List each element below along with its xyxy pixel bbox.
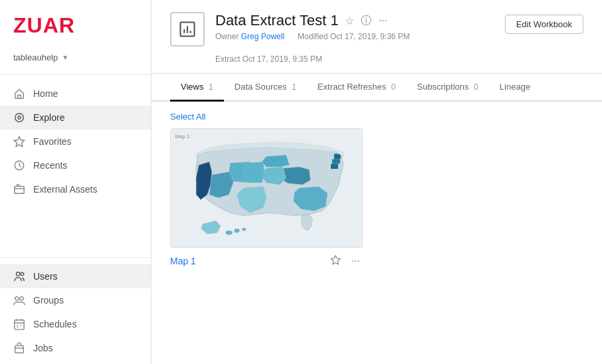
tab-subscriptions-label: Subscriptions — [417, 82, 468, 92]
main-content: Data Extract Test 1 ☆ ⓘ ··· Owner Greg P… — [151, 0, 602, 364]
sidebar-item-label-external: External Assets — [33, 184, 98, 195]
sidebar-divider-top — [0, 74, 151, 75]
svg-rect-10 — [15, 320, 24, 329]
sidebar-item-label-home: Home — [33, 88, 58, 99]
account-selector[interactable]: tableauhelp ▼ — [0, 48, 151, 72]
card-star-icon — [330, 254, 341, 265]
sidebar-item-schedules[interactable]: Schedules — [0, 312, 151, 336]
svg-point-8 — [15, 297, 19, 300]
users-icon — [13, 270, 25, 282]
workbook-info: Data Extract Test 1 ☆ ⓘ ··· Owner Greg P… — [215, 12, 494, 64]
sidebar-item-users[interactable]: Users — [0, 264, 151, 288]
external-assets-icon — [13, 183, 25, 195]
tab-views[interactable]: Views 1 — [170, 74, 224, 102]
workbook-title: Data Extract Test 1 — [215, 12, 338, 29]
explore-icon — [13, 112, 25, 124]
tab-extract-refreshes-count: 0 — [391, 82, 396, 92]
sidebar-item-label-explore: Explore — [33, 112, 64, 123]
sidebar-item-jobs[interactable]: Jobs — [0, 336, 151, 360]
sidebar-divider-bottom — [0, 257, 151, 258]
sidebar-item-favorites[interactable]: Favorites — [0, 130, 151, 153]
svg-rect-17 — [15, 345, 24, 353]
content-area: Select All Map 1 — [151, 102, 602, 364]
sidebar: ZUAR tableauhelp ▼ Home Explore — [0, 0, 151, 364]
owner-name[interactable]: Greg Powell — [241, 32, 284, 41]
account-name: tableauhelp — [13, 52, 58, 62]
clock-icon — [13, 159, 25, 171]
sidebar-item-label-users: Users — [33, 271, 58, 282]
card-more-button[interactable]: ··· — [349, 254, 363, 268]
primary-nav: Home Explore Favorites — [0, 78, 151, 254]
card-footer: Map 1 ··· — [170, 248, 363, 269]
modified-date: Modified Oct 17, 2019, 9:36 PM — [298, 32, 410, 41]
tab-lineage[interactable]: Lineage — [489, 74, 541, 102]
info-icon[interactable]: ⓘ — [361, 14, 371, 28]
tab-lineage-label: Lineage — [500, 82, 530, 92]
sidebar-item-label-jobs: Jobs — [33, 343, 53, 353]
edit-workbook-button[interactable]: Edit Workbook — [505, 15, 583, 34]
card-favorite-button[interactable] — [328, 253, 344, 269]
card-thumbnail[interactable]: Map 1 — [170, 128, 363, 248]
groups-icon — [13, 294, 25, 306]
sidebar-item-label-favorites: Favorites — [33, 136, 72, 147]
svg-text:Map 1: Map 1 — [175, 134, 191, 139]
tab-subscriptions[interactable]: Subscriptions 0 — [406, 74, 488, 102]
svg-rect-4 — [15, 187, 24, 194]
workbook-icon — [170, 12, 205, 46]
select-all-button[interactable]: Select All — [170, 112, 205, 122]
svg-rect-26 — [332, 159, 340, 163]
edit-workbook-button-container: Edit Workbook — [505, 15, 583, 34]
svg-point-28 — [226, 230, 233, 234]
svg-rect-27 — [331, 163, 338, 169]
sidebar-item-label-groups: Groups — [33, 295, 64, 306]
select-all-row: Select All — [170, 111, 583, 122]
brand-logo: ZUAR — [13, 13, 75, 37]
owner-label: Owner Greg Powell — [215, 32, 284, 41]
workbook-title-row: Data Extract Test 1 ☆ ⓘ ··· — [215, 12, 494, 29]
star-icon — [13, 136, 25, 147]
schedules-icon — [13, 318, 25, 330]
tab-extract-refreshes[interactable]: Extract Refreshes 0 — [307, 74, 407, 102]
home-icon — [13, 88, 25, 100]
chevron-down-icon: ▼ — [62, 54, 68, 61]
svg-point-30 — [242, 228, 246, 230]
tab-data-sources-count: 1 — [292, 82, 296, 92]
tab-subscriptions-count: 0 — [474, 82, 478, 92]
tab-data-sources[interactable]: Data Sources 1 — [224, 74, 307, 102]
svg-point-6 — [17, 272, 20, 276]
admin-nav: Users Groups — [0, 260, 151, 364]
favorite-star-icon[interactable]: ☆ — [345, 15, 354, 27]
svg-point-1 — [18, 116, 21, 120]
jobs-icon — [13, 342, 25, 354]
tabs-bar: Views 1 Data Sources 1 Extract Refreshes… — [151, 74, 602, 102]
tab-data-sources-label: Data Sources — [235, 82, 287, 92]
logo-area: ZUAR — [0, 7, 151, 48]
sidebar-item-external-assets[interactable]: External Assets — [0, 177, 151, 201]
extract-date: Extract Oct 17, 2019, 9:35 PM — [215, 54, 322, 64]
svg-point-7 — [21, 272, 24, 276]
list-item: Map 1 — [170, 128, 363, 269]
card-more-icon: ··· — [351, 255, 360, 266]
sidebar-item-groups[interactable]: Groups — [0, 288, 151, 312]
sidebar-item-label-schedules: Schedules — [33, 319, 76, 329]
sidebar-item-explore[interactable]: Explore — [0, 106, 151, 130]
sidebar-item-label-recents: Recents — [33, 160, 67, 171]
svg-marker-2 — [14, 137, 24, 147]
tab-extract-refreshes-label: Extract Refreshes — [318, 82, 386, 92]
svg-point-9 — [20, 297, 23, 300]
svg-marker-31 — [331, 256, 340, 264]
sidebar-item-home[interactable]: Home — [0, 82, 151, 106]
svg-rect-25 — [334, 154, 341, 159]
sidebar-item-recents[interactable]: Recents — [0, 153, 151, 177]
card-title[interactable]: Map 1 — [170, 256, 328, 266]
svg-point-0 — [15, 114, 24, 122]
cards-grid: Map 1 — [170, 128, 583, 269]
workbook-header: Data Extract Test 1 ☆ ⓘ ··· Owner Greg P… — [151, 0, 602, 74]
workbook-meta: Owner Greg Powell Modified Oct 17, 2019,… — [215, 32, 494, 64]
svg-point-29 — [235, 228, 240, 232]
more-options-icon[interactable]: ··· — [378, 15, 387, 27]
tab-views-label: Views — [181, 82, 203, 92]
card-actions: ··· — [328, 253, 363, 269]
tab-views-count: 1 — [209, 82, 213, 92]
